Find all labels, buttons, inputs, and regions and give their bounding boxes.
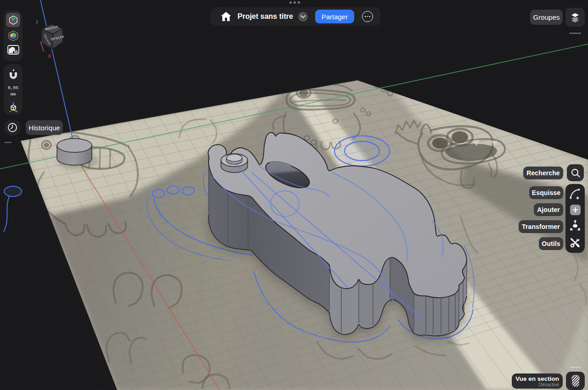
svg-text:X: X — [48, 53, 51, 59]
svg-text:z: z — [36, 19, 39, 24]
